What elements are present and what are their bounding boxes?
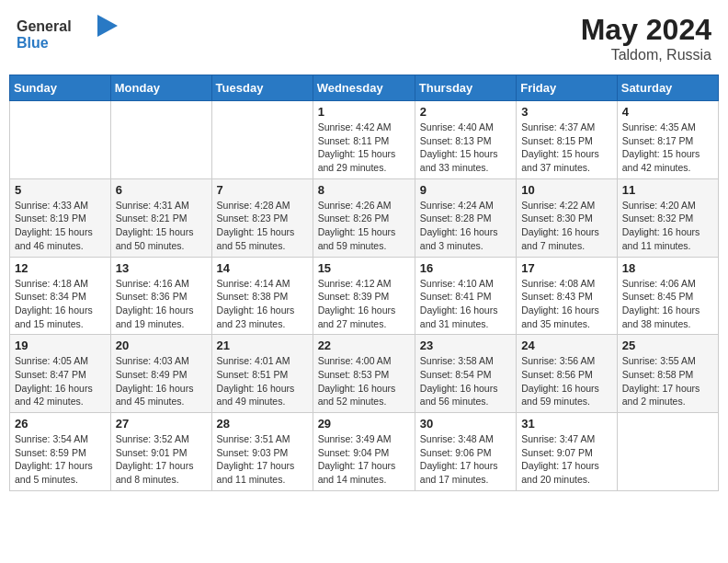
month-year: May 2024: [581, 13, 711, 47]
day-number: 12: [15, 261, 106, 275]
calendar-cell: 12Sunrise: 4:18 AMSunset: 8:34 PMDayligh…: [10, 257, 111, 335]
day-number: 15: [318, 261, 410, 275]
calendar-cell: 16Sunrise: 4:10 AMSunset: 8:41 PMDayligh…: [415, 257, 516, 335]
weekday-header: Friday: [517, 75, 618, 101]
calendar-cell: [617, 413, 718, 491]
calendar-cell: 30Sunrise: 3:48 AMSunset: 9:06 PMDayligh…: [415, 413, 516, 491]
day-info: Sunrise: 3:54 AMSunset: 8:59 PMDaylight:…: [15, 432, 106, 487]
day-info: Sunrise: 3:58 AMSunset: 8:54 PMDaylight:…: [420, 354, 511, 408]
weekday-header: Sunday: [10, 75, 111, 101]
day-info: Sunrise: 4:08 AMSunset: 8:43 PMDaylight:…: [521, 277, 612, 331]
weekday-header: Saturday: [617, 75, 718, 101]
weekday-header: Monday: [110, 75, 211, 101]
day-number: 3: [521, 105, 612, 119]
day-number: 31: [521, 417, 612, 431]
calendar-week-row: 12Sunrise: 4:18 AMSunset: 8:34 PMDayligh…: [10, 257, 719, 335]
day-info: Sunrise: 4:01 AMSunset: 8:51 PMDaylight:…: [217, 354, 308, 408]
day-number: 18: [622, 261, 713, 275]
day-info: Sunrise: 3:47 AMSunset: 9:07 PMDaylight:…: [521, 432, 612, 487]
day-number: 8: [318, 183, 410, 197]
day-number: 9: [420, 183, 511, 197]
calendar-cell: 27Sunrise: 3:52 AMSunset: 9:01 PMDayligh…: [110, 413, 211, 491]
page-header: General Blue May 2024 Taldom, Russia: [9, 9, 719, 67]
calendar-cell: 25Sunrise: 3:55 AMSunset: 8:58 PMDayligh…: [617, 335, 718, 413]
day-info: Sunrise: 4:12 AMSunset: 8:39 PMDaylight:…: [318, 277, 410, 331]
calendar-cell: 5Sunrise: 4:33 AMSunset: 8:19 PMDaylight…: [10, 178, 111, 257]
day-number: 21: [217, 339, 308, 352]
calendar-cell: 13Sunrise: 4:16 AMSunset: 8:36 PMDayligh…: [110, 257, 211, 335]
calendar-week-row: 26Sunrise: 3:54 AMSunset: 8:59 PMDayligh…: [10, 413, 719, 491]
calendar-cell: 23Sunrise: 3:58 AMSunset: 8:54 PMDayligh…: [415, 335, 516, 413]
title-block: May 2024 Taldom, Russia: [581, 13, 711, 63]
day-number: 13: [116, 261, 207, 275]
calendar-cell: [110, 101, 211, 179]
calendar-cell: 2Sunrise: 4:40 AMSunset: 8:13 PMDaylight…: [415, 101, 516, 179]
day-info: Sunrise: 3:52 AMSunset: 9:01 PMDaylight:…: [116, 432, 207, 487]
day-info: Sunrise: 4:16 AMSunset: 8:36 PMDaylight:…: [116, 277, 207, 331]
day-number: 4: [622, 105, 713, 119]
day-info: Sunrise: 4:33 AMSunset: 8:19 PMDaylight:…: [15, 199, 106, 253]
logo-svg: General Blue: [17, 13, 118, 53]
day-number: 23: [420, 339, 511, 352]
weekday-header: Wednesday: [313, 75, 415, 101]
calendar-cell: 6Sunrise: 4:31 AMSunset: 8:21 PMDaylight…: [110, 178, 211, 257]
day-info: Sunrise: 4:42 AMSunset: 8:11 PMDaylight:…: [318, 121, 410, 175]
day-number: 26: [15, 417, 106, 431]
day-info: Sunrise: 4:28 AMSunset: 8:23 PMDaylight:…: [217, 199, 308, 253]
svg-text:General: General: [17, 18, 72, 34]
calendar-table: SundayMondayTuesdayWednesdayThursdayFrid…: [9, 75, 719, 491]
calendar-cell: 24Sunrise: 3:56 AMSunset: 8:56 PMDayligh…: [517, 335, 618, 413]
day-number: 10: [521, 183, 612, 197]
svg-marker-1: [97, 15, 118, 37]
day-info: Sunrise: 4:20 AMSunset: 8:32 PMDaylight:…: [622, 199, 713, 253]
calendar-cell: 11Sunrise: 4:20 AMSunset: 8:32 PMDayligh…: [617, 178, 718, 257]
day-info: Sunrise: 4:06 AMSunset: 8:45 PMDaylight:…: [622, 277, 713, 331]
calendar-cell: 29Sunrise: 3:49 AMSunset: 9:04 PMDayligh…: [313, 413, 415, 491]
svg-text:Blue: Blue: [17, 35, 49, 51]
day-info: Sunrise: 4:03 AMSunset: 8:49 PMDaylight:…: [116, 354, 207, 408]
day-number: 22: [318, 339, 410, 352]
day-info: Sunrise: 4:05 AMSunset: 8:47 PMDaylight:…: [15, 354, 106, 408]
day-number: 28: [217, 417, 308, 431]
calendar-week-row: 19Sunrise: 4:05 AMSunset: 8:47 PMDayligh…: [10, 335, 719, 413]
day-number: 14: [217, 261, 308, 275]
calendar-cell: 4Sunrise: 4:35 AMSunset: 8:17 PMDaylight…: [617, 101, 718, 179]
calendar-week-row: 1Sunrise: 4:42 AMSunset: 8:11 PMDaylight…: [10, 101, 719, 179]
day-number: 29: [318, 417, 410, 431]
calendar-cell: 22Sunrise: 4:00 AMSunset: 8:53 PMDayligh…: [313, 335, 415, 413]
calendar-cell: 26Sunrise: 3:54 AMSunset: 8:59 PMDayligh…: [10, 413, 111, 491]
day-info: Sunrise: 3:49 AMSunset: 9:04 PMDaylight:…: [318, 432, 410, 487]
calendar-cell: 7Sunrise: 4:28 AMSunset: 8:23 PMDaylight…: [211, 178, 313, 257]
calendar-cell: 8Sunrise: 4:26 AMSunset: 8:26 PMDaylight…: [313, 178, 415, 257]
day-number: 20: [116, 339, 207, 352]
calendar-cell: 10Sunrise: 4:22 AMSunset: 8:30 PMDayligh…: [517, 178, 618, 257]
day-number: 11: [622, 183, 713, 197]
calendar-cell: 14Sunrise: 4:14 AMSunset: 8:38 PMDayligh…: [211, 257, 313, 335]
day-number: 27: [116, 417, 207, 431]
calendar-cell: 18Sunrise: 4:06 AMSunset: 8:45 PMDayligh…: [617, 257, 718, 335]
calendar-cell: 31Sunrise: 3:47 AMSunset: 9:07 PMDayligh…: [517, 413, 618, 491]
logo: General Blue: [17, 13, 118, 53]
weekday-header: Thursday: [415, 75, 516, 101]
calendar-cell: 28Sunrise: 3:51 AMSunset: 9:03 PMDayligh…: [211, 413, 313, 491]
day-info: Sunrise: 3:56 AMSunset: 8:56 PMDaylight:…: [521, 354, 612, 408]
day-number: 5: [15, 183, 106, 197]
day-info: Sunrise: 4:14 AMSunset: 8:38 PMDaylight:…: [217, 277, 308, 331]
day-info: Sunrise: 4:37 AMSunset: 8:15 PMDaylight:…: [521, 121, 612, 175]
day-number: 16: [420, 261, 511, 275]
calendar-cell: 17Sunrise: 4:08 AMSunset: 8:43 PMDayligh…: [517, 257, 618, 335]
calendar-cell: 20Sunrise: 4:03 AMSunset: 8:49 PMDayligh…: [110, 335, 211, 413]
day-info: Sunrise: 3:48 AMSunset: 9:06 PMDaylight:…: [420, 432, 511, 487]
day-info: Sunrise: 4:26 AMSunset: 8:26 PMDaylight:…: [318, 199, 410, 253]
day-info: Sunrise: 4:22 AMSunset: 8:30 PMDaylight:…: [521, 199, 612, 253]
day-info: Sunrise: 4:24 AMSunset: 8:28 PMDaylight:…: [420, 199, 511, 253]
day-info: Sunrise: 4:10 AMSunset: 8:41 PMDaylight:…: [420, 277, 511, 331]
day-number: 6: [116, 183, 207, 197]
weekday-header: Tuesday: [211, 75, 313, 101]
day-number: 7: [217, 183, 308, 197]
day-info: Sunrise: 4:00 AMSunset: 8:53 PMDaylight:…: [318, 354, 410, 408]
day-info: Sunrise: 4:18 AMSunset: 8:34 PMDaylight:…: [15, 277, 106, 331]
day-info: Sunrise: 3:55 AMSunset: 8:58 PMDaylight:…: [622, 354, 713, 408]
day-info: Sunrise: 4:40 AMSunset: 8:13 PMDaylight:…: [420, 121, 511, 175]
calendar-cell: 9Sunrise: 4:24 AMSunset: 8:28 PMDaylight…: [415, 178, 516, 257]
